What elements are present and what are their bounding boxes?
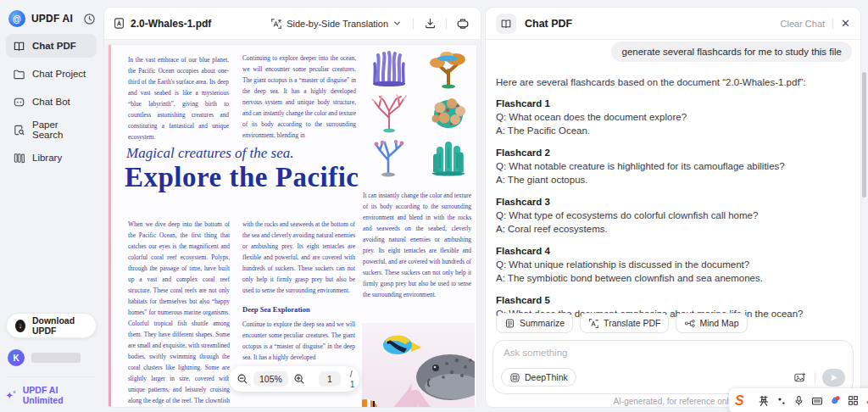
coral-illustrations — [363, 48, 475, 177]
translation-mode-label: Side-by-Side Translation — [287, 19, 388, 29]
download-file-button[interactable] — [420, 14, 439, 33]
zoom-in-button[interactable] — [293, 371, 305, 387]
book-icon — [13, 40, 25, 53]
ime-pen-tools-icon[interactable] — [776, 396, 787, 406]
download-icon: ↓ — [15, 320, 25, 332]
pdf-column: with the rocks and seaweeds at the botto… — [242, 220, 355, 364]
zoom-toolbar: 105% 1 / 1 — [229, 366, 359, 392]
deepthink-icon — [509, 372, 520, 383]
print-button[interactable] — [453, 14, 472, 33]
sidebar-nav: Chat PDF Chat Project Chat Bot Paper Sea… — [6, 34, 97, 174]
pdf-paragraph: When we dive deep into the bottom of the… — [128, 220, 230, 408]
ime-keyboard-icon[interactable] — [811, 395, 823, 407]
sidebar-item-label: Chat Bot — [32, 97, 70, 107]
chat-title: Chat PDF — [525, 18, 781, 30]
ask-input[interactable] — [504, 348, 843, 358]
deepthink-toggle[interactable]: DeepThink — [501, 368, 576, 387]
open-file-tab[interactable]: 2.0-Whales-1.pdf — [113, 17, 270, 30]
chat-scrollbar[interactable] — [862, 72, 866, 198]
sidebar-item-chat-pdf[interactable]: Chat PDF — [6, 34, 97, 58]
flashcard: Flashcard 1 Q: What ocean does the docum… — [496, 97, 845, 137]
chat-header: Chat PDF Clear Chat ✕ — [486, 8, 860, 40]
download-file-icon — [424, 17, 437, 30]
send-icon — [829, 373, 838, 382]
pdf-file-icon — [113, 17, 125, 30]
flashcard-title: Flashcard 1 — [496, 97, 845, 110]
close-icon[interactable]: ✕ — [841, 17, 850, 30]
translation-mode-dropdown[interactable]: Side-by-Side Translation — [270, 18, 406, 30]
bot-icon — [13, 96, 25, 109]
pdf-page: In the vast embrace of our blue planet, … — [108, 45, 476, 408]
mushroom-cluster-coral-image — [426, 92, 471, 133]
pdf-paragraph: Continuing to explore deeper into the oc… — [242, 53, 356, 142]
sparkle-icon: ✦˚ — [6, 391, 16, 400]
flashcard-question: Q: What notable creature is highlighted … — [496, 159, 845, 173]
flashcard-answer: A: The giant octopus. — [496, 173, 845, 187]
zoom-out-icon — [236, 373, 248, 385]
page-edge-decoration — [108, 45, 111, 408]
flashcard: Flashcard 4 Q: What unique relationship … — [496, 244, 845, 285]
ime-skin-icon[interactable] — [830, 395, 841, 406]
zoom-out-button[interactable] — [236, 371, 248, 387]
ime-lang-english-icon[interactable] — [758, 395, 770, 407]
chip-label: Summarize — [520, 318, 565, 328]
chip-label: Translate PDF — [604, 318, 660, 328]
reef-fish-photo — [362, 323, 475, 408]
print-icon — [456, 17, 470, 31]
account-row[interactable]: K — [8, 349, 95, 366]
deepthink-label: DeepThink — [525, 372, 568, 382]
blue-pink-branch-coral-image — [366, 136, 412, 177]
library-icon — [13, 152, 25, 164]
flashcard-title: Flashcard 5 — [496, 293, 845, 307]
sidebar-item-chat-bot[interactable]: Chat Bot — [6, 90, 97, 114]
sogou-logo-icon[interactable]: S — [735, 394, 744, 408]
app-name: UPDF AI — [31, 13, 83, 25]
flashcard-answer: A: The Pacific Ocean. — [496, 124, 845, 137]
attach-image-button[interactable] — [791, 370, 808, 387]
ime-toolbox-grid-icon[interactable] — [848, 395, 859, 406]
translate-icon — [588, 318, 599, 329]
sidebar-item-label: Chat Project — [32, 69, 86, 79]
flashcard-question: Q: What unique relationship is discussed… — [496, 258, 845, 271]
history-icon[interactable] — [83, 13, 96, 25]
chat-panel: Chat PDF Clear Chat ✕ generate several f… — [485, 7, 861, 408]
ime-microphone-icon[interactable] — [793, 395, 804, 406]
pdf-paragraph: Continue to explore the deep sea and we … — [242, 320, 355, 361]
sogou-ime-toolbar: S — [729, 388, 868, 412]
pdf-paragraph: In the vast embrace of our blue planet, … — [128, 55, 229, 143]
paper-search-icon — [13, 124, 25, 136]
zoom-level[interactable]: 105% — [253, 371, 288, 387]
mind-map-chip[interactable]: Mind Map — [676, 313, 747, 333]
pdf-viewer[interactable]: In the vast embrace of our blue planet, … — [104, 40, 481, 407]
sidebar-item-label: Paper Search — [32, 120, 90, 140]
translate-icon — [270, 18, 282, 30]
clear-chat-button[interactable]: Clear Chat — [781, 19, 826, 29]
toolbar-divider — [413, 18, 414, 30]
upgrade-label: UPDF AI Unlimited — [23, 385, 97, 405]
flashcard-title: Flashcard 2 — [496, 146, 845, 159]
send-button[interactable] — [822, 369, 845, 387]
sidebar-item-chat-project[interactable]: Chat Project — [6, 62, 97, 86]
header-divider — [832, 18, 833, 29]
file-name: 2.0-Whales-1.pdf — [131, 18, 211, 30]
page-number-input[interactable]: 1 — [319, 371, 341, 387]
flashcard-title: Flashcard 3 — [496, 195, 845, 209]
upgrade-link[interactable]: ✦˚ UPDF AI Unlimited — [6, 376, 97, 405]
purple-anemone-coral-image — [366, 48, 412, 89]
pdf-paragraph: It can instantly change the color and te… — [363, 191, 471, 301]
avatar[interactable]: K — [8, 349, 25, 366]
input-divider — [815, 372, 815, 383]
chat-pdf-mode-button[interactable] — [496, 14, 516, 34]
zoom-in-icon — [293, 373, 305, 385]
sidebar-item-library[interactable]: Library — [6, 146, 97, 170]
download-updf-button[interactable]: ↓ Download UPDF — [6, 313, 97, 338]
input-actions — [791, 369, 845, 387]
username-redacted — [31, 353, 81, 363]
image-icon — [793, 371, 806, 384]
summarize-chip[interactable]: Summarize — [496, 313, 573, 333]
translate-pdf-chip[interactable]: Translate PDF — [580, 313, 669, 333]
chevron-down-icon — [392, 19, 402, 28]
chat-input-box[interactable]: DeepThink — [492, 340, 854, 394]
sidebar-bottom: ↓ Download UPDF K ✦˚ UPDF AI Unlimited — [6, 313, 97, 405]
sidebar-item-paper-search[interactable]: Paper Search — [6, 118, 97, 142]
